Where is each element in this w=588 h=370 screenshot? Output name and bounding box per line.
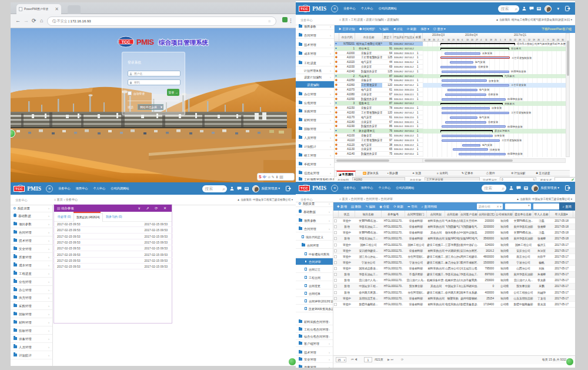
svg-text:TCC: TCC (122, 40, 130, 44)
svg-text:PMIS: PMIS (136, 38, 155, 46)
svg-text:综合项目管理系统: 综合项目管理系统 (158, 39, 209, 46)
